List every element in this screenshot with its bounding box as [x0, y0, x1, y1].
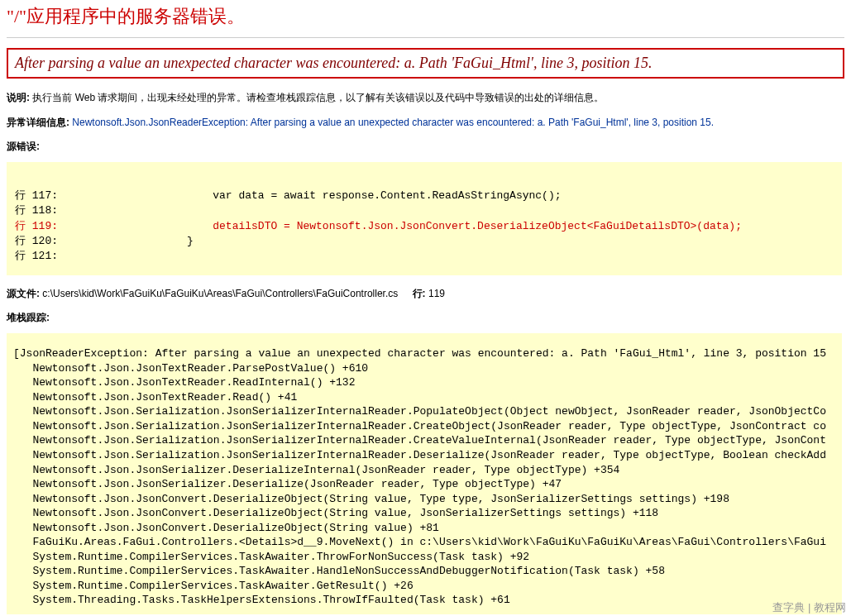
- page-title: "/"应用程序中的服务器错误。: [7, 4, 844, 29]
- stack-trace-label: 堆栈跟踪:: [7, 311, 844, 325]
- line-label: 行:: [413, 288, 426, 299]
- source-error-label: 源错误:: [7, 140, 844, 154]
- exception-row: 异常详细信息: Newtonsoft.Json.JsonReaderExcept…: [7, 115, 844, 130]
- source-code-block: 行 117: var data = await response.Content…: [7, 162, 842, 275]
- stack-trace-block: [JsonReaderException: After parsing a va…: [7, 333, 842, 614]
- source-file-label: 源文件:: [7, 288, 40, 299]
- description-text: 执行当前 Web 请求期间，出现未经处理的异常。请检查堆栈跟踪信息，以了解有关该…: [32, 92, 604, 103]
- divider: [7, 37, 844, 38]
- exception-label: 异常详细信息:: [7, 117, 69, 128]
- error-header: After parsing a value an unexpected char…: [7, 48, 844, 79]
- exception-text: Newtonsoft.Json.JsonReaderException: Aft…: [72, 117, 714, 128]
- description-row: 说明: 执行当前 Web 请求期间，出现未经处理的异常。请检查堆栈跟踪信息，以了…: [7, 90, 844, 105]
- source-file-row: 源文件: c:\Users\kid\Work\FaGuiKu\FaGuiKu\A…: [7, 287, 844, 301]
- line-number: 119: [428, 288, 445, 299]
- source-file-path: c:\Users\kid\Work\FaGuiKu\FaGuiKu\Areas\…: [42, 288, 398, 299]
- description-label: 说明:: [7, 92, 30, 103]
